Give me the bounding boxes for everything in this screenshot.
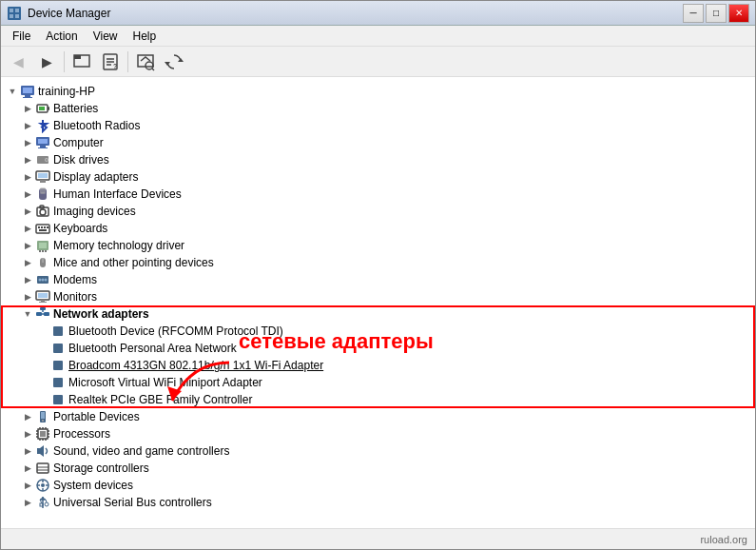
menu-view[interactable]: View [86, 28, 126, 45]
mice-icon [35, 255, 50, 270]
minimize-button[interactable]: ─ [683, 4, 704, 23]
svg-point-13 [145, 62, 153, 69]
modems-expander[interactable]: ▶ [20, 272, 35, 287]
svg-rect-1 [10, 9, 13, 12]
tree-item-bt-pan[interactable]: ▶ Bluetooth Personal Area Network [1, 340, 755, 357]
tree-item-display-adapters[interactable]: ▶ Display adapters [1, 168, 755, 186]
system-expander[interactable]: ▶ [20, 478, 35, 493]
tree-item-mice[interactable]: ▶ Mice and other pointing devices [1, 254, 755, 271]
up-button[interactable] [68, 49, 95, 74]
svg-marker-88 [37, 445, 44, 457]
tree-item-ms-wifi[interactable]: ▶ Microsoft Virtual WiFi Miniport Adapte… [1, 374, 755, 391]
back-button[interactable]: ◀ [5, 49, 31, 74]
root-expander[interactable]: ▼ [5, 84, 20, 99]
menu-bar: File Action View Help [1, 26, 755, 47]
tree-item-disk-drives[interactable]: ▶ Disk drives [1, 151, 755, 168]
computer-icon [20, 84, 35, 99]
tree-item-bt-device[interactable]: ▶ Bluetooth Device (RFCOMM Protocol TDI) [1, 323, 755, 340]
ms-wifi-label: Microsoft Virtual WiFi Miniport Adapter [68, 376, 262, 389]
computer-expander[interactable]: ▶ [20, 135, 35, 150]
svg-rect-43 [44, 226, 46, 228]
tree-item-system[interactable]: ▶ System devices [1, 477, 755, 494]
svg-rect-26 [40, 146, 46, 147]
realtek-icon [50, 392, 66, 407]
svg-rect-58 [38, 293, 48, 298]
toolbar-separator-1 [64, 51, 65, 72]
svg-point-73 [42, 420, 44, 422]
update-button[interactable] [161, 49, 187, 74]
imaging-expander[interactable]: ▶ [20, 204, 35, 219]
tree-item-keyboards[interactable]: ▶ Keyboards [1, 220, 755, 237]
svg-point-56 [45, 279, 48, 282]
svg-point-55 [42, 279, 45, 282]
tree-item-sound[interactable]: ▶ Sound, video and game controllers [1, 442, 755, 460]
window-icon [7, 6, 22, 21]
tree-item-bluetooth-radios[interactable]: ▶ Bluetooth Radios [1, 117, 755, 134]
svg-marker-100 [40, 497, 46, 500]
processors-expander[interactable]: ▶ [20, 426, 35, 442]
tree-item-broadcom[interactable]: ▶ Broadcom 4313GN 802.11b/g/n 1x1 Wi-Fi … [1, 357, 755, 374]
hid-label: Human Interface Devices [53, 187, 182, 201]
modems-label: Modems [53, 273, 97, 286]
mice-expander[interactable]: ▶ [20, 255, 35, 270]
tree-item-portable[interactable]: ▶ Portable Devices [1, 408, 755, 425]
system-icon [35, 478, 50, 493]
status-bar: ruload.org [1, 528, 755, 549]
tree-item-imaging[interactable]: ▶ Imaging devices [1, 203, 755, 220]
tree-item-realtek[interactable]: ▶ Realtek PCIe GBE Family Controller [1, 391, 755, 408]
tree-item-usb[interactable]: ▶ Universal Serial Bus controllers [1, 494, 755, 511]
svg-marker-15 [178, 58, 184, 62]
close-button[interactable]: ✕ [728, 4, 749, 23]
keyboards-expander[interactable]: ▶ [20, 221, 35, 236]
monitors-expander[interactable]: ▶ [20, 289, 35, 304]
tree-root[interactable]: ▼ training-HP [1, 83, 755, 100]
root-label: training-HP [38, 85, 95, 98]
menu-help[interactable]: Help [126, 28, 165, 45]
svg-rect-66 [53, 326, 63, 336]
content-area: ▼ training-HP ▶ [1, 77, 755, 528]
svg-rect-32 [38, 173, 48, 178]
svg-rect-18 [23, 88, 32, 93]
computer-tree-icon [35, 135, 50, 150]
sound-expander[interactable]: ▶ [20, 443, 35, 459]
properties-button[interactable]: ? [97, 49, 124, 74]
svg-point-93 [41, 483, 45, 487]
usb-expander[interactable]: ▶ [20, 495, 35, 510]
tree-item-storage[interactable]: ▶ Storage controllers [1, 460, 755, 477]
display-expander[interactable]: ▶ [20, 169, 35, 185]
svg-rect-60 [39, 302, 47, 303]
scan-button[interactable] [132, 49, 159, 74]
svg-point-54 [39, 279, 42, 282]
mtd-expander[interactable]: ▶ [20, 238, 35, 253]
tree-item-network-adapters[interactable]: ▼ Network adapters [1, 305, 755, 323]
batteries-expander[interactable]: ▶ [20, 101, 35, 116]
tree-item-mtd[interactable]: ▶ Memory technology driver [1, 237, 755, 254]
tree-item-computer[interactable]: ▶ Computer [1, 134, 755, 151]
tree-item-hid[interactable]: ▶ Human Interface Devices [1, 186, 755, 203]
sound-icon [35, 443, 50, 459]
tree-item-batteries[interactable]: ▶ Batteries [1, 100, 755, 117]
svg-rect-69 [53, 378, 63, 387]
network-expander[interactable]: ▼ [20, 306, 35, 322]
tree-item-modems[interactable]: ▶ Modems [1, 271, 755, 288]
svg-marker-16 [165, 62, 170, 66]
disk-expander[interactable]: ▶ [20, 152, 35, 167]
hid-expander[interactable]: ▶ [20, 187, 35, 202]
svg-rect-61 [36, 312, 42, 316]
bluetooth-radios-icon [35, 118, 50, 133]
menu-action[interactable]: Action [38, 28, 85, 45]
storage-expander[interactable]: ▶ [20, 461, 35, 476]
tree-item-processors[interactable]: ▶ [1, 425, 755, 442]
maximize-button[interactable]: □ [706, 4, 727, 23]
portable-expander[interactable]: ▶ [20, 409, 35, 424]
svg-rect-6 [74, 55, 81, 59]
svg-line-14 [152, 69, 154, 70]
menu-file[interactable]: File [5, 28, 38, 45]
tree-item-monitors[interactable]: ▶ Monitors [1, 288, 755, 305]
mtd-icon [35, 238, 50, 253]
bt-radios-expander[interactable]: ▶ [20, 118, 35, 133]
modems-icon [35, 272, 50, 287]
svg-rect-62 [44, 312, 49, 316]
mice-label: Mice and other pointing devices [53, 256, 214, 269]
forward-button[interactable]: ▶ [33, 49, 60, 74]
